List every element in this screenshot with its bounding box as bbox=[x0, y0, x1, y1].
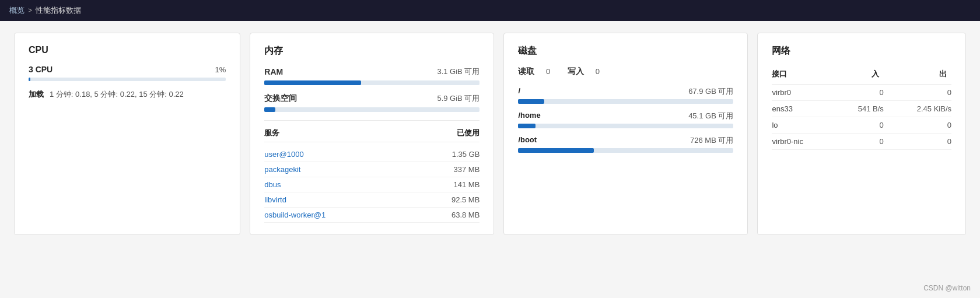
memory-title: 内存 bbox=[264, 45, 480, 57]
disk-read-label: 读取 bbox=[518, 66, 534, 77]
disk-fs-name: /boot bbox=[518, 135, 537, 146]
disk-fs-header: /boot 726 MB 可用 bbox=[518, 135, 733, 146]
services-list: user@1000 1.35 GB packagekit 337 MB dbus… bbox=[264, 147, 480, 223]
net-in: 0 bbox=[833, 85, 883, 101]
net-out: 0 bbox=[884, 134, 951, 150]
cpu-progress-bg bbox=[29, 78, 226, 81]
breadcrumb-separator: > bbox=[28, 6, 32, 15]
service-row: dbus 141 MB bbox=[264, 177, 480, 192]
cpu-row: 3 CPU 1% bbox=[29, 65, 226, 74]
service-name[interactable]: user@1000 bbox=[264, 150, 303, 159]
service-name[interactable]: packagekit bbox=[264, 165, 300, 174]
disk-stats-row: 读取 0 写入 0 bbox=[518, 66, 733, 77]
services-label: 服务 bbox=[264, 128, 279, 138]
disk-fs-avail: 726 MB 可用 bbox=[690, 135, 733, 146]
breadcrumb: 概览 > 性能指标数据 bbox=[9, 5, 81, 16]
ram-row: RAM 3.1 GiB 可用 bbox=[264, 66, 480, 77]
network-row-ens33: ens33 541 B/s 2.45 KiB/s bbox=[772, 101, 951, 117]
disk-title: 磁盘 bbox=[518, 45, 733, 57]
cpu-percent: 1% bbox=[215, 65, 226, 74]
disk-fs-root: / 67.9 GB 可用 bbox=[518, 86, 733, 104]
swap-avail: 5.9 GiB 可用 bbox=[437, 93, 480, 104]
service-row: user@1000 1.35 GB bbox=[264, 147, 480, 162]
disk-card: 磁盘 读取 0 写入 0 / 67.9 GB 可用 /home 45.1 bbox=[503, 33, 748, 235]
main-content: CPU 3 CPU 1% 加载 1 分钟: 0.18, 5 分钟: 0.22, … bbox=[0, 21, 980, 247]
network-table: 接口 入 出 virbr0 0 0 ens33 541 B/s 2.45 KiB… bbox=[772, 66, 951, 150]
disk-fs-header: /home 45.1 GB 可用 bbox=[518, 111, 733, 121]
service-name[interactable]: dbus bbox=[264, 180, 281, 189]
col-out: 出 bbox=[884, 66, 951, 85]
watermark: CSDN @witton bbox=[923, 284, 971, 292]
top-bar: 概览 > 性能指标数据 bbox=[0, 0, 980, 21]
swap-bar-fill bbox=[264, 107, 275, 112]
disk-bar-fill bbox=[518, 99, 544, 104]
service-val: 141 MB bbox=[454, 180, 480, 189]
breadcrumb-link[interactable]: 概览 bbox=[9, 5, 24, 16]
net-iface: ens33 bbox=[772, 101, 833, 117]
network-row-virbr0: virbr0 0 0 bbox=[772, 85, 951, 101]
ram-bar-bg bbox=[264, 80, 480, 85]
network-row-virbr0-nic: virbr0-nic 0 0 bbox=[772, 134, 951, 150]
breadcrumb-current: 性能指标数据 bbox=[36, 5, 81, 16]
net-out: 0 bbox=[884, 85, 951, 101]
service-val: 1.35 GB bbox=[452, 150, 480, 159]
disk-bar-fill bbox=[518, 124, 536, 128]
net-iface: virbr0-nic bbox=[772, 134, 833, 150]
net-in: 0 bbox=[833, 117, 883, 134]
net-in: 0 bbox=[833, 134, 883, 150]
disk-write-label: 写入 bbox=[568, 66, 584, 77]
net-out: 2.45 KiB/s bbox=[884, 101, 951, 117]
divider bbox=[264, 120, 480, 121]
service-val: 92.5 MB bbox=[452, 195, 480, 204]
swap-label: 交换空间 bbox=[264, 93, 297, 104]
service-val: 337 MB bbox=[454, 165, 480, 174]
network-row-lo: lo 0 0 bbox=[772, 117, 951, 134]
services-header: 服务 已使用 bbox=[264, 128, 480, 142]
disk-fs-header: / 67.9 GB 可用 bbox=[518, 86, 733, 97]
disk-bar-bg bbox=[518, 124, 733, 128]
disk-fs-name: / bbox=[518, 86, 520, 97]
disk-fs-name: /home bbox=[518, 111, 540, 121]
ram-bar-fill bbox=[264, 80, 361, 85]
disk-read-val: 0 bbox=[546, 67, 550, 76]
network-card: 网络 接口 入 出 virbr0 0 0 ens33 541 B/s 2.45 bbox=[757, 33, 966, 235]
used-label: 已使用 bbox=[457, 128, 480, 138]
memory-card: 内存 RAM 3.1 GiB 可用 交换空间 5.9 GiB 可用 服务 已使用… bbox=[250, 33, 494, 235]
swap-row: 交换空间 5.9 GiB 可用 bbox=[264, 93, 480, 104]
net-iface: lo bbox=[772, 117, 833, 134]
ram-avail: 3.1 GiB 可用 bbox=[437, 66, 480, 77]
cpu-load: 加载 1 分钟: 0.18, 5 分钟: 0.22, 15 分钟: 0.22 bbox=[29, 89, 226, 100]
service-val: 63.8 MB bbox=[452, 211, 480, 219]
disk-fs-avail: 45.1 GB 可用 bbox=[688, 111, 733, 121]
disk-write-val: 0 bbox=[596, 67, 600, 76]
net-in: 541 B/s bbox=[833, 101, 883, 117]
swap-bar-bg bbox=[264, 107, 480, 112]
service-row: osbuild-worker@1 63.8 MB bbox=[264, 208, 480, 223]
net-iface: virbr0 bbox=[772, 85, 833, 101]
col-in: 入 bbox=[833, 66, 883, 85]
disk-fs-avail: 67.9 GB 可用 bbox=[688, 86, 733, 97]
cpu-progress-fill bbox=[29, 78, 30, 81]
cpu-load-values: 1 分钟: 0.18, 5 分钟: 0.22, 15 分钟: 0.22 bbox=[50, 89, 184, 100]
cpu-title: CPU bbox=[29, 45, 226, 55]
cpu-label: 3 CPU bbox=[29, 65, 52, 74]
disk-bar-bg bbox=[518, 99, 733, 104]
service-row: libvirtd 92.5 MB bbox=[264, 192, 480, 208]
service-name[interactable]: osbuild-worker@1 bbox=[264, 211, 326, 219]
disk-fs-home: /home 45.1 GB 可用 bbox=[518, 111, 733, 128]
service-row: packagekit 337 MB bbox=[264, 162, 480, 177]
cpu-load-label: 加载 bbox=[29, 89, 44, 100]
disk-bar-fill bbox=[518, 148, 593, 153]
service-name[interactable]: libvirtd bbox=[264, 195, 286, 204]
cpu-card: CPU 3 CPU 1% 加载 1 分钟: 0.18, 5 分钟: 0.22, … bbox=[14, 33, 240, 235]
network-table-body: virbr0 0 0 ens33 541 B/s 2.45 KiB/s lo 0… bbox=[772, 85, 951, 150]
disk-fs-boot: /boot 726 MB 可用 bbox=[518, 135, 733, 153]
ram-label: RAM bbox=[264, 67, 283, 76]
disk-bar-bg bbox=[518, 148, 733, 153]
network-table-header: 接口 入 出 bbox=[772, 66, 951, 85]
col-interface: 接口 bbox=[772, 66, 833, 85]
net-out: 0 bbox=[884, 117, 951, 134]
network-title: 网络 bbox=[772, 45, 951, 57]
